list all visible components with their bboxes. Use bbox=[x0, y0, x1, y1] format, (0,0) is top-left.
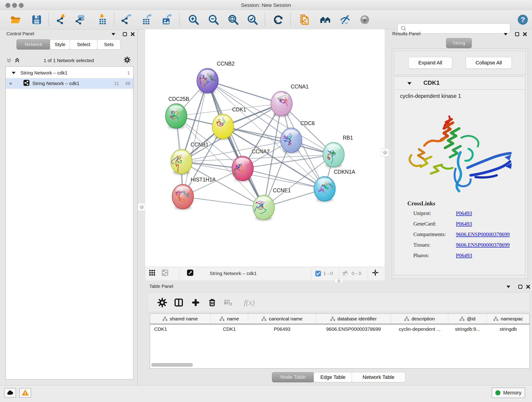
node-table[interactable]: shared namenamecanonical namedatabase id… bbox=[150, 313, 530, 369]
network-collection-row[interactable]: String Network – cdk1 1 bbox=[6, 68, 133, 78]
string-protein-query-button[interactable] bbox=[298, 13, 310, 26]
expand-collapse-bar: Expand All Collapse All bbox=[394, 51, 526, 75]
table-panel-collapse-icon[interactable] bbox=[505, 284, 512, 290]
tab-network-table[interactable]: Network Table bbox=[352, 372, 405, 382]
export-table-button[interactable] bbox=[140, 13, 153, 26]
open-session-button[interactable] bbox=[9, 13, 22, 26]
save-session-button[interactable] bbox=[31, 13, 43, 26]
table-cell[interactable]: stringdb:9... bbox=[448, 326, 487, 332]
table-panel-close-icon[interactable] bbox=[525, 284, 532, 290]
table-cell[interactable]: CDK1 bbox=[150, 326, 210, 332]
table-toolbar: f(x) bbox=[147, 293, 530, 312]
control-panel-close-icon[interactable] bbox=[129, 31, 136, 37]
share-network-icon[interactable] bbox=[162, 270, 168, 276]
results-panel-close-icon[interactable] bbox=[521, 31, 528, 37]
collapse-all-button[interactable]: Collapse All bbox=[466, 57, 512, 69]
network-options-gear-icon[interactable] bbox=[124, 57, 131, 63]
import-table-file-button[interactable] bbox=[95, 13, 108, 26]
column-header-database-identifier[interactable]: database identifier bbox=[316, 314, 391, 324]
column-header-shared-name[interactable]: shared name bbox=[150, 314, 210, 324]
memory-button[interactable]: Memory bbox=[492, 388, 525, 398]
tab-select[interactable]: Select bbox=[70, 39, 98, 50]
birds-eye-view-icon[interactable] bbox=[187, 270, 194, 276]
tab-edge-table[interactable]: Edge Table bbox=[314, 372, 352, 382]
column-header-canonical-name[interactable]: canonical name bbox=[248, 314, 316, 324]
export-image-button[interactable] bbox=[160, 13, 172, 26]
table-settings-gear-icon[interactable] bbox=[157, 297, 167, 308]
svg-text:CCNA1: CCNA1 bbox=[291, 84, 309, 89]
gene-card-header[interactable]: CDK1 bbox=[394, 77, 525, 89]
import-network-file-button[interactable] bbox=[55, 13, 68, 26]
network-view-title: String Network – cdk1 bbox=[210, 271, 257, 276]
table-panel-title: Table Panel bbox=[149, 284, 173, 289]
zoom-in-button[interactable] bbox=[187, 13, 200, 26]
tab-node-table[interactable]: Node Table bbox=[272, 372, 314, 382]
show-graphics-details-button[interactable] bbox=[359, 13, 371, 26]
export-network-button[interactable] bbox=[120, 13, 133, 26]
control-panel-float-icon[interactable] bbox=[121, 31, 128, 37]
tab-network[interactable]: Network bbox=[17, 39, 51, 50]
svg-text:CCNB2: CCNB2 bbox=[217, 61, 234, 67]
table-cell[interactable]: stringdb bbox=[487, 326, 530, 332]
network-view-toolbar: String Network – cdk1 1 - 0 0 - 0 bbox=[145, 267, 385, 280]
show-columns-icon[interactable] bbox=[173, 297, 184, 308]
network-node[interactable]: CCNB2 bbox=[197, 61, 234, 94]
tab-style[interactable]: Style bbox=[50, 39, 70, 50]
crosslink-value[interactable]: 9606.ENSP00000378699 bbox=[456, 231, 510, 237]
hidden-eye-slash-icon[interactable] bbox=[342, 270, 348, 276]
import-network-database-button[interactable] bbox=[75, 13, 87, 26]
column-header-name[interactable]: name bbox=[210, 314, 248, 324]
crosslink-value[interactable]: P06493 bbox=[456, 211, 472, 216]
left-splitter-handle[interactable] bbox=[138, 203, 146, 211]
help-button[interactable]: ? bbox=[517, 13, 529, 26]
table-horizontal-scrollbar[interactable] bbox=[151, 363, 193, 367]
hide-unhide-graphics-button[interactable] bbox=[339, 13, 351, 26]
table-cell[interactable]: cyclin-dependent ... bbox=[391, 326, 448, 332]
table-cell[interactable]: CDK1 bbox=[210, 326, 248, 332]
expand-all-button[interactable]: Expand All bbox=[408, 57, 452, 69]
network-node[interactable]: HIST1H1A bbox=[172, 177, 216, 210]
table-cell[interactable]: P06493 bbox=[248, 326, 316, 332]
delete-column-trash-icon[interactable] bbox=[207, 297, 217, 308]
network-node[interactable]: RB1 bbox=[323, 135, 353, 168]
fit-selected-crosshair-icon[interactable] bbox=[372, 269, 379, 275]
zoom-fit-content-button[interactable] bbox=[227, 13, 239, 26]
network-node[interactable]: CCNB1 bbox=[171, 142, 209, 176]
network-row-selected[interactable]: String Network – cdk1 11 48 bbox=[6, 78, 133, 89]
table-panel-float-icon[interactable] bbox=[517, 284, 524, 290]
zoom-selected-button[interactable] bbox=[246, 13, 259, 26]
network-node[interactable]: CCNE1 bbox=[252, 187, 291, 220]
status-bar: Memory bbox=[0, 385, 532, 402]
network-node[interactable]: CCNA1 bbox=[271, 84, 309, 117]
network-graph[interactable]: CCNB2 CCNA1 CDC25B CDK1 CDC6 R bbox=[145, 29, 385, 267]
selected-checkbox-icon[interactable] bbox=[315, 270, 322, 276]
crosslink-value[interactable]: P06493 bbox=[456, 221, 472, 227]
crosslink-label: Compartments: bbox=[413, 231, 446, 237]
column-header-namespac[interactable]: namespac bbox=[487, 314, 530, 324]
network-node[interactable]: CDC25B bbox=[165, 96, 189, 129]
tab-string[interactable]: String bbox=[446, 38, 472, 48]
column-header-@id[interactable]: @id bbox=[448, 314, 487, 324]
add-column-icon[interactable] bbox=[190, 297, 201, 308]
control-panel-collapse-icon[interactable] bbox=[110, 31, 117, 37]
tree-expander-icon[interactable] bbox=[12, 70, 16, 76]
grid-view-icon[interactable] bbox=[149, 270, 156, 276]
tab-sets[interactable]: Sets bbox=[97, 39, 120, 50]
results-panel-collapse-icon[interactable] bbox=[502, 31, 509, 37]
table-cell[interactable]: 9606.ENSP00000378699 bbox=[316, 326, 391, 332]
results-panel-float-icon[interactable] bbox=[514, 31, 520, 37]
redraw-graph-button[interactable] bbox=[272, 13, 285, 26]
crosslink-value[interactable]: 9606.ENSP00000378699 bbox=[456, 242, 510, 248]
results-panel: Results Panel String Expand All Collapse… bbox=[388, 29, 532, 281]
gene-card-expander-icon[interactable] bbox=[406, 80, 413, 86]
network-node[interactable]: CDKN1A bbox=[314, 169, 355, 202]
cloud-button[interactable] bbox=[4, 388, 16, 398]
table-row[interactable]: CDK1CDK1P064939606.ENSP00000378699cyclin… bbox=[150, 324, 530, 334]
warning-button[interactable] bbox=[19, 388, 31, 398]
crosslink-value[interactable]: P06493 bbox=[456, 253, 472, 259]
string-networks-home-button[interactable] bbox=[319, 13, 331, 26]
node-count: 11 bbox=[114, 81, 119, 86]
network-view[interactable]: CCNB2 CCNA1 CDC25B CDK1 CDC6 R bbox=[145, 29, 385, 280]
column-header-description[interactable]: description bbox=[391, 314, 448, 324]
zoom-out-button[interactable] bbox=[207, 13, 220, 26]
